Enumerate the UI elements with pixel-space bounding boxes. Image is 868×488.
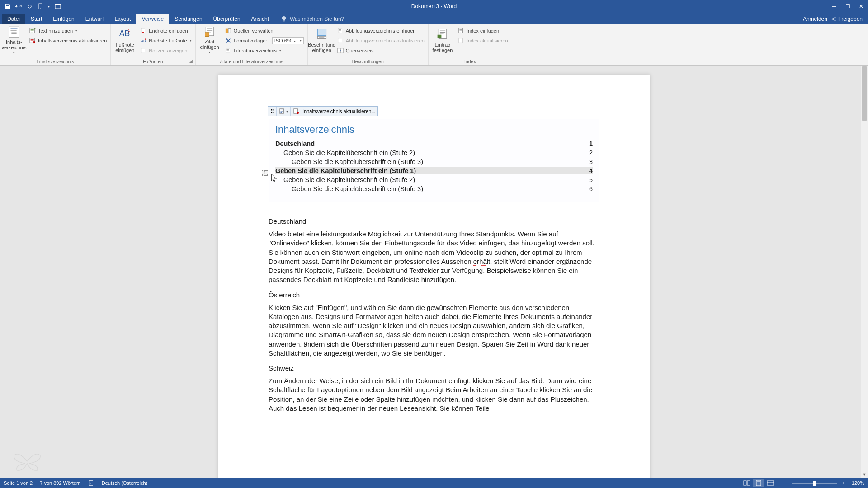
- vertical-scrollbar[interactable]: ▲ ▼: [861, 66, 868, 478]
- update-icon: !: [29, 37, 36, 44]
- toc-page-number: 3: [589, 158, 593, 165]
- view-web-button[interactable]: [765, 479, 776, 487]
- zoom-in-button[interactable]: +: [840, 480, 846, 486]
- toc-row[interactable]: Geben Sie die Kapitelüberschrift ein (St…: [275, 176, 593, 183]
- tab-start[interactable]: Start: [25, 14, 47, 24]
- toc-update-button[interactable]: Inhaltsverzeichnis aktualisieren...: [291, 107, 377, 116]
- spelling-error[interactable]: Layoutoptionen: [317, 386, 364, 394]
- tab-insert[interactable]: Einfügen: [47, 14, 80, 24]
- group-captions-label: Beschriftungen: [310, 58, 426, 65]
- style-icon: [225, 37, 232, 44]
- quick-access-toolbar: ↶▾ ↻ ▾: [0, 1, 52, 11]
- toc-icon: [7, 25, 21, 38]
- toc-page-number: 6: [589, 185, 593, 192]
- scroll-down-icon[interactable]: ▼: [861, 471, 868, 478]
- crossref-icon: [337, 47, 344, 54]
- minimize-button[interactable]: ─: [827, 0, 841, 13]
- group-index-label: Index: [430, 58, 510, 65]
- view-read-button[interactable]: [741, 479, 752, 487]
- close-button[interactable]: ✕: [854, 0, 868, 13]
- zoom-level[interactable]: 120%: [852, 480, 864, 486]
- heading-schweiz[interactable]: Schweiz: [269, 364, 599, 372]
- view-print-button[interactable]: [753, 479, 764, 487]
- dialog-launcher-icon[interactable]: ◢: [189, 59, 193, 63]
- spelling-error[interactable]: erhält: [473, 258, 491, 266]
- status-language[interactable]: Deutsch (Österreich): [102, 480, 147, 486]
- undo-button[interactable]: ↶▾: [14, 1, 24, 11]
- toc-gallery-button[interactable]: ▾: [277, 107, 291, 116]
- paragraph[interactable]: Klicken Sie auf "Einfügen", und wählen S…: [269, 303, 599, 358]
- insert-figure-table-button[interactable]: Abbildungsverzeichnis einfügen: [335, 26, 426, 35]
- group-citations: Zitat einfügen ▾ Quellen verwalten Forma…: [196, 24, 308, 65]
- maximize-button[interactable]: ☐: [841, 0, 854, 13]
- style-combo[interactable]: ISO 690 -▾: [272, 37, 304, 44]
- group-index: Eintrag festlegen Index einfügen Index a…: [429, 24, 512, 65]
- status-wordcount[interactable]: 7 von 892 Wörtern: [40, 480, 81, 486]
- crossref-button[interactable]: Querverweis: [335, 46, 426, 55]
- window-controls: ─ ☐ ✕: [827, 0, 868, 13]
- tab-right: Anmelden Freigeben: [803, 16, 868, 24]
- page[interactable]: ⠿ ▾ Inhaltsverzeichnis aktualisieren... …: [218, 75, 650, 478]
- toc-button[interactable]: Inhalts- verzeichnis ▾: [2, 25, 26, 55]
- group-toc: Inhalts- verzeichnis ▾ +Text hinzufügen▾…: [0, 24, 111, 65]
- butterfly-watermark-icon: [11, 448, 43, 474]
- toc-row[interactable]: Geben Sie die Kapitelüberschrift ein (St…: [275, 185, 593, 192]
- ribbon-display-options[interactable]: [52, 0, 64, 13]
- signin-button[interactable]: Anmelden: [803, 16, 827, 22]
- citation-style-combo[interactable]: Formatvorlage: ISO 690 -▾: [223, 36, 306, 45]
- bibliography-button[interactable]: Literaturverzeichnis▾: [223, 46, 306, 55]
- svg-point-5: [834, 17, 835, 19]
- svg-rect-7: [9, 26, 19, 37]
- toc-row[interactable]: Geben Sie die Kapitelüberschrift ein (St…: [275, 149, 593, 156]
- view-buttons: [741, 479, 776, 487]
- zoom-out-button[interactable]: −: [783, 480, 789, 486]
- status-proofing-icon[interactable]: [88, 480, 94, 486]
- insert-caption-button[interactable]: Beschriftung einfügen: [310, 25, 334, 55]
- update-toc-button[interactable]: !Inhaltsverzeichnis aktualisieren: [27, 36, 108, 45]
- redo-button[interactable]: ↻: [24, 1, 34, 11]
- insert-citation-button[interactable]: Zitat einfügen ▾: [198, 25, 222, 55]
- paragraph[interactable]: Zum Ändern der Weise, in der sich ein Bi…: [269, 376, 599, 413]
- tab-references[interactable]: Verweise: [136, 14, 169, 24]
- toc-handle-icon[interactable]: ⠿: [268, 107, 277, 116]
- manage-sources-button[interactable]: Quellen verwalten: [223, 26, 306, 35]
- status-page[interactable]: Seite 1 von 2: [4, 480, 33, 486]
- tab-view[interactable]: Ansicht: [246, 14, 274, 24]
- svg-text:!: !: [33, 41, 34, 43]
- tab-design[interactable]: Entwurf: [80, 14, 109, 24]
- zoom-slider[interactable]: [792, 483, 837, 484]
- touch-mode-button[interactable]: [35, 1, 45, 11]
- group-captions: Beschriftung einfügen Abbildungsverzeich…: [308, 24, 429, 65]
- tell-me-search[interactable]: Was möchten Sie tun?: [281, 16, 344, 24]
- tab-mailings[interactable]: Sendungen: [169, 14, 208, 24]
- manage-sources-icon: [225, 27, 232, 34]
- toc-row[interactable]: Deutschland 1: [275, 140, 593, 147]
- toc-content-control[interactable]: ⠿ ▾ Inhaltsverzeichnis aktualisieren... …: [269, 119, 599, 202]
- heading-deutschland[interactable]: Deutschland: [269, 217, 599, 225]
- save-button[interactable]: [3, 1, 13, 11]
- scroll-thumb[interactable]: [862, 66, 867, 121]
- paragraph[interactable]: Video bietet eine leistungsstarke Möglic…: [269, 230, 599, 285]
- update-index-icon: [458, 37, 465, 44]
- tab-file[interactable]: Datei: [2, 14, 25, 24]
- tab-layout[interactable]: Layout: [109, 14, 136, 24]
- next-footnote-button[interactable]: AB1Nächste Fußnote▾: [138, 36, 193, 45]
- insert-endnote-button[interactable]: Endnote einfügen: [138, 26, 193, 35]
- toc-anchor-icon[interactable]: ⠇: [262, 170, 268, 176]
- insert-footnote-button[interactable]: AB1 Fußnote einfügen: [113, 25, 137, 55]
- tab-review[interactable]: Überprüfen: [208, 14, 246, 24]
- statusbar: Seite 1 von 2 7 von 892 Wörtern Deutsch …: [0, 478, 868, 488]
- toc-row[interactable]: Geben Sie die Kapitelüberschrift ein (St…: [275, 167, 593, 174]
- mark-entry-button[interactable]: Eintrag festlegen: [430, 25, 455, 55]
- toc-row[interactable]: Geben Sie die Kapitelüberschrift ein (St…: [275, 158, 593, 165]
- svg-rect-3: [55, 4, 61, 5]
- toc-page-number: 2: [589, 149, 593, 156]
- share-button[interactable]: Freigeben: [831, 16, 863, 22]
- insert-index-button[interactable]: Index einfügen: [456, 26, 510, 35]
- qat-customize[interactable]: ▾: [46, 1, 52, 11]
- svg-rect-43: [89, 481, 93, 486]
- heading-oesterreich[interactable]: Österreich: [269, 291, 599, 299]
- zoom-thumb[interactable]: [813, 481, 816, 486]
- svg-rect-27: [228, 28, 231, 33]
- add-text-button[interactable]: +Text hinzufügen▾: [27, 26, 108, 35]
